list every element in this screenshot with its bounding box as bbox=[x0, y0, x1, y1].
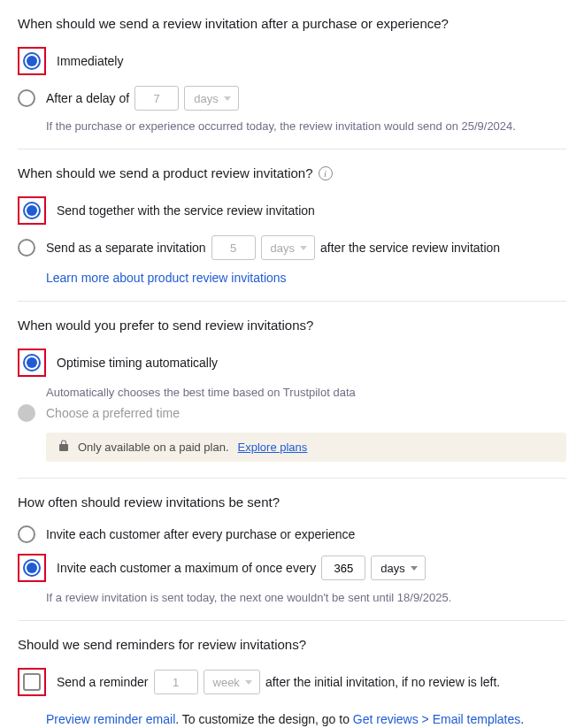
reminder-links-row: Preview reminder email. To customize the… bbox=[46, 712, 566, 726]
option-choose-time: Choose a preferred time bbox=[18, 399, 566, 427]
label-reminder-suffix: after the initial invitation, if no revi… bbox=[265, 675, 500, 689]
link-learn-product-reviews[interactable]: Learn more about product review invitati… bbox=[46, 271, 287, 285]
section-reminders: Should we send reminders for review invi… bbox=[18, 630, 566, 728]
question-preferred-time: When would you prefer to send review inv… bbox=[18, 318, 566, 333]
section-frequency: How often should review invitations be s… bbox=[18, 487, 566, 621]
label-choose-time: Choose a preferred time bbox=[46, 406, 180, 420]
label-optimise-auto: Optimise timing automatically bbox=[57, 356, 218, 370]
highlight-box bbox=[18, 349, 46, 377]
question-reminders: Should we send reminders for review invi… bbox=[18, 637, 566, 652]
radio-send-together[interactable] bbox=[23, 202, 41, 219]
section-review-invitation-timing: When should we send a review invitation … bbox=[18, 9, 566, 149]
label-max-once: Invite each customer a maximum of once e… bbox=[57, 561, 316, 575]
hint-frequency-example: If a review invitation is sent today, th… bbox=[46, 591, 566, 604]
link-email-templates[interactable]: Get reviews > Email templates bbox=[353, 712, 520, 726]
info-icon[interactable]: i bbox=[319, 166, 333, 180]
section-product-review-timing: When should we send a product review inv… bbox=[18, 158, 566, 302]
radio-choose-time bbox=[18, 404, 35, 422]
radio-every-purchase[interactable] bbox=[18, 525, 35, 543]
hint-delay-example: If the purchase or experience occurred t… bbox=[46, 119, 566, 133]
option-optimise-auto[interactable]: Optimise timing automatically bbox=[18, 343, 566, 382]
option-max-once[interactable]: Invite each customer a maximum of once e… bbox=[18, 548, 566, 587]
link-explore-plans[interactable]: Explore plans bbox=[238, 441, 308, 454]
highlight-box bbox=[18, 47, 46, 75]
radio-max-once[interactable] bbox=[23, 559, 41, 577]
select-reminder-unit[interactable]: week bbox=[204, 670, 260, 694]
option-every-purchase[interactable]: Invite each customer after every purchas… bbox=[18, 520, 566, 548]
question-review-timing: When should we send a review invitation … bbox=[18, 16, 566, 31]
select-delay-unit[interactable]: days bbox=[184, 86, 238, 111]
option-send-separate[interactable]: Send as a separate invitation days after… bbox=[18, 230, 566, 265]
label-every-purchase: Invite each customer after every purchas… bbox=[46, 527, 355, 541]
input-separate-days[interactable] bbox=[211, 235, 256, 260]
radio-immediately[interactable] bbox=[23, 52, 41, 70]
question-frequency: How often should review invitations be s… bbox=[18, 494, 566, 510]
link-preview-reminder[interactable]: Preview reminder email bbox=[46, 712, 175, 726]
radio-optimise-auto[interactable] bbox=[23, 354, 41, 372]
label-send-together: Send together with the service review in… bbox=[57, 203, 315, 218]
input-max-days[interactable] bbox=[321, 556, 365, 580]
option-immediately[interactable]: Immediately bbox=[18, 42, 566, 80]
radio-send-separate[interactable] bbox=[18, 239, 35, 257]
input-delay-days[interactable] bbox=[134, 86, 179, 111]
option-send-together[interactable]: Send together with the service review in… bbox=[18, 191, 566, 230]
label-immediately: Immediately bbox=[57, 54, 123, 68]
select-max-unit[interactable]: days bbox=[371, 556, 425, 580]
hint-optimise-auto: Automatically chooses the best time base… bbox=[46, 386, 566, 399]
paid-plan-text: Only available on a paid plan. bbox=[78, 441, 229, 454]
checkbox-send-reminder[interactable] bbox=[23, 673, 41, 691]
highlight-box bbox=[18, 196, 46, 225]
option-send-reminder[interactable]: Send a reminder week after the initial i… bbox=[18, 663, 566, 701]
label-send-separate: Send as a separate invitation bbox=[46, 241, 206, 255]
label-separate-suffix: after the service review invitation bbox=[320, 241, 500, 255]
label-after-delay: After a delay of bbox=[46, 91, 129, 105]
highlight-box bbox=[18, 668, 46, 696]
input-reminder-count[interactable] bbox=[154, 670, 198, 694]
paid-plan-banner: Only available on a paid plan. Explore p… bbox=[46, 433, 566, 462]
question-product-review: When should we send a product review inv… bbox=[18, 165, 566, 180]
radio-after-delay[interactable] bbox=[18, 89, 35, 107]
select-separate-unit[interactable]: days bbox=[261, 235, 315, 260]
section-preferred-time: When would you prefer to send review inv… bbox=[18, 310, 566, 479]
highlight-box bbox=[18, 554, 46, 582]
lock-icon bbox=[58, 440, 69, 455]
label-send-reminder: Send a reminder bbox=[57, 675, 149, 689]
option-after-delay[interactable]: After a delay of days bbox=[18, 80, 566, 116]
